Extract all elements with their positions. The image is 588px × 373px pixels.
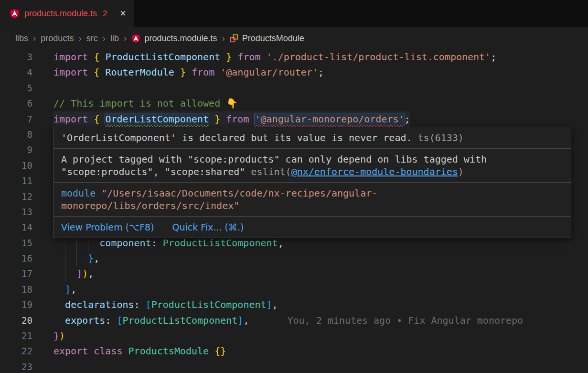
line-number[interactable]: 14: [0, 219, 32, 235]
code-token: [: [117, 315, 122, 326]
line-number[interactable]: 21: [0, 328, 32, 343]
code-token: ProductListComponent: [163, 237, 278, 249]
line-number[interactable]: 20: [0, 313, 32, 328]
eslint-source-suffix: ): [458, 166, 464, 177]
code-token: ProductListComponent: [151, 299, 267, 310]
code-line-6: 6// This import is not allowed 👇: [0, 96, 588, 111]
line-number[interactable]: 4: [0, 65, 32, 80]
line-number[interactable]: 6: [0, 96, 32, 111]
line-number[interactable]: 10: [0, 158, 32, 173]
quick-fix-button[interactable]: Quick Fix... (⌘.): [172, 221, 244, 233]
problems-badge: 2: [103, 9, 107, 19]
eslint-message-line2: "scope:products", "scope:shared" eslint(…: [61, 165, 564, 178]
line-number[interactable]: 12: [0, 189, 32, 204]
breadcrumb-item-src[interactable]: src: [86, 33, 98, 44]
code-token: ProductListComponent: [123, 315, 238, 326]
code-token: ): [82, 268, 88, 279]
code-token: ,: [278, 237, 284, 249]
tab-filename: products.module.ts: [24, 9, 97, 19]
line-number[interactable]: 17: [0, 266, 32, 281]
code-token: [53, 284, 65, 295]
code-editor[interactable]: 3import { ProductListComponent } from '.…: [0, 49, 588, 373]
ts-diagnostic-code: ts(6133): [412, 132, 464, 143]
line-number[interactable]: 9: [0, 142, 32, 157]
tab-products-module[interactable]: products.module.ts 2 ✕: [0, 0, 134, 27]
line-content[interactable]: export class ProductsModule {}: [53, 343, 226, 359]
angular-icon: [10, 9, 20, 19]
line-content[interactable]: }): [53, 328, 65, 343]
code-token: ProductListComponent: [105, 51, 220, 63]
code-token: }: [209, 113, 226, 125]
line-number[interactable]: 22: [0, 343, 32, 359]
line-content[interactable]: import { OrderListComponent } from '@ang…: [53, 111, 410, 127]
code-token: exports: [65, 315, 105, 326]
indent-guide: [76, 235, 77, 266]
line-number[interactable]: 3: [0, 49, 32, 65]
code-token: ;: [318, 66, 324, 78]
line-content[interactable]: declarations: [ProductListComponent],: [53, 297, 278, 312]
chevron-right-icon: ›: [222, 33, 225, 44]
code-line-19: 19 declarations: [ProductListComponent],: [0, 297, 588, 312]
code-line-4: 4import { RouterModule } from '@angular/…: [0, 65, 588, 80]
code-token: ProductsModule: [128, 345, 209, 357]
line-content[interactable]: ],: [53, 282, 76, 297]
line-number[interactable]: 15: [0, 235, 32, 251]
line-number[interactable]: 7: [0, 111, 32, 127]
code-token: }: [53, 330, 59, 341]
code-token: ]: [237, 315, 243, 326]
line-number[interactable]: 5: [0, 80, 32, 96]
breadcrumb-item-libs[interactable]: libs: [15, 33, 28, 44]
code-token: {: [94, 51, 105, 63]
git-blame-annotation: You, 2 minutes ago • Fix Angular monorep…: [287, 315, 523, 326]
line-content[interactable]: import { RouterModule } from '@angular/r…: [53, 65, 324, 80]
code-token: :: [151, 237, 163, 249]
code-line-17: 17 ]),: [0, 266, 588, 281]
code-token: ]: [76, 268, 82, 279]
view-problem-button[interactable]: View Problem (⌥F8): [61, 221, 154, 233]
code-token: export class: [53, 345, 128, 357]
module-path-line2: monorepo/libs/orders/src/index": [61, 199, 564, 212]
hover-action-bar: View Problem (⌥F8) Quick Fix... (⌘.): [54, 216, 571, 238]
code-token: ,: [71, 284, 76, 295]
line-content[interactable]: ]),: [53, 266, 94, 281]
breadcrumb-item-lib[interactable]: lib: [110, 33, 119, 44]
line-number[interactable]: 11: [0, 173, 32, 188]
module-path-string-1: "/Users/isaac/Documents/code/nx-recipes/…: [96, 187, 377, 199]
code-token: ;: [491, 51, 496, 63]
line-number[interactable]: 19: [0, 297, 32, 312]
code-token: }: [220, 51, 237, 63]
code-token: [: [146, 299, 151, 310]
code-line-7: 7import { OrderListComponent } from '@an…: [0, 111, 588, 127]
line-content[interactable]: exports: [ProductListComponent],You, 2 m…: [53, 313, 523, 328]
code-token: from: [226, 113, 255, 125]
line-content[interactable]: // This import is not allowed 👇: [53, 96, 238, 111]
breadcrumb-item-products[interactable]: products: [41, 33, 74, 44]
chevron-right-icon: ›: [103, 33, 106, 44]
code-token: declarations: [65, 299, 134, 310]
tab-bar: products.module.ts 2 ✕: [0, 0, 588, 27]
line-number[interactable]: 16: [0, 251, 32, 266]
eslint-source-prefix: eslint(: [251, 166, 291, 177]
line-number[interactable]: 18: [0, 282, 32, 297]
line-number[interactable]: 13: [0, 204, 32, 219]
code-token: ,: [272, 299, 278, 310]
close-icon[interactable]: ✕: [120, 9, 127, 19]
line-content[interactable]: import { ProductListComponent } from './…: [53, 49, 496, 65]
code-token: './product-list/product-list.component': [267, 51, 491, 63]
symbol-class-icon: [230, 34, 238, 43]
breadcrumb-item-symbol[interactable]: ProductsModule: [230, 33, 304, 44]
line-number[interactable]: 23: [0, 359, 32, 373]
code-token: {}: [214, 345, 226, 357]
code-token: ]: [65, 284, 71, 295]
eslint-message-scopes: "scope:products", "scope:shared": [61, 166, 251, 177]
code-line-20: 20 exports: [ProductListComponent],You, …: [0, 313, 588, 328]
code-token: from: [237, 51, 266, 63]
code-line-5: 5: [0, 80, 588, 96]
breadcrumb-symbol-label: ProductsModule: [242, 33, 304, 44]
code-token: import: [53, 113, 94, 125]
line-number[interactable]: 8: [0, 127, 32, 142]
eslint-rule-link[interactable]: @nx/enforce-module-boundaries: [291, 166, 458, 177]
breadcrumb-item-file[interactable]: products.module.ts: [131, 33, 217, 44]
module-path-string-2: monorepo/libs/orders/src/index": [61, 200, 239, 211]
module-keyword: module: [61, 187, 96, 199]
